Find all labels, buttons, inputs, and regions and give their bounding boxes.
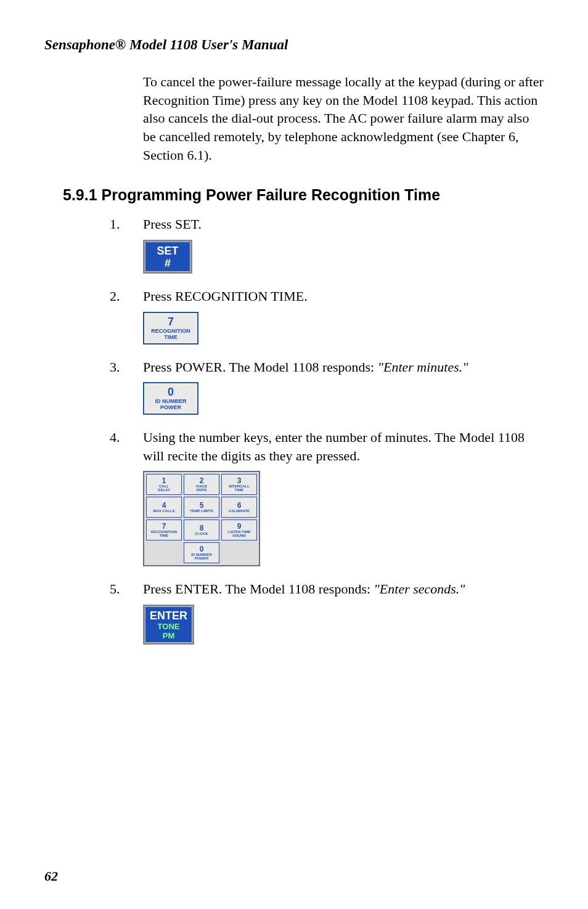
key-power: 0 ID NUMBER POWER	[143, 382, 544, 415]
key-enter: ENTER TONE PM	[143, 605, 544, 645]
key-label-bot: TIME	[145, 335, 196, 341]
step-text-plain: Press ENTER. The Model 1108 responds:	[143, 581, 374, 597]
keypad-key-1: 1CALLDELAY	[146, 474, 182, 495]
step-text: Using the number keys, enter the number …	[143, 428, 544, 465]
page-number: 62	[44, 868, 58, 884]
key-label-sub2: PM	[150, 632, 187, 640]
enter-key-icon: ENTER TONE PM	[143, 605, 194, 645]
step-number: 2.	[110, 287, 120, 306]
keypad-row: 1CALLDELAY 2VOICEREPS 3INTERCALLTIME	[146, 474, 257, 495]
number-keypad-icon: 1CALLDELAY 2VOICEREPS 3INTERCALLTIME 4MA…	[143, 471, 260, 566]
key-label-sub1: TONE	[150, 622, 187, 630]
keypad-key-9: 9LISTEN TIMESOUND	[221, 520, 257, 540]
key-label-bot: POWER	[145, 405, 196, 411]
set-key-icon: SET #	[143, 240, 192, 274]
keypad-key-8: 8CLOCK	[184, 520, 219, 540]
keypad-key-3: 3INTERCALLTIME	[221, 474, 257, 495]
step-number: 4.	[110, 428, 120, 447]
procedure-list: 1. Press SET. SET # 2. Press RECOGNITION…	[143, 215, 544, 645]
keypad-key-2: 2VOICEREPS	[184, 474, 219, 495]
section-heading: 5.9.1 Programming Power Failure Recognit…	[63, 186, 544, 204]
key-recognition-time: 7 RECOGNITION TIME	[143, 312, 544, 344]
power-key-icon: 0 ID NUMBER POWER	[143, 382, 198, 415]
keypad-key-5: 5TEMP LIMITS	[184, 497, 219, 518]
step-text-italic: "Enter seconds."	[374, 581, 465, 597]
keypad-row: 0ID NUMBERPOWER	[146, 542, 257, 563]
recognition-time-key-icon: 7 RECOGNITION TIME	[143, 312, 198, 344]
step-number: 5.	[110, 580, 120, 598]
step-1: 1. Press SET. SET #	[143, 215, 544, 274]
step-text-plain: Press POWER. The Model 1108 responds:	[143, 359, 378, 375]
step-4: 4. Using the number keys, enter the numb…	[143, 428, 544, 566]
key-label-top: ENTER	[150, 610, 187, 621]
step-number: 3.	[110, 358, 120, 377]
key-label-top: SET	[150, 245, 186, 256]
running-head: Sensaphone® Model 1108 User's Manual	[44, 37, 544, 53]
step-text: Press SET.	[143, 215, 544, 234]
key-set: SET #	[143, 240, 544, 274]
keypad-graphic: 1CALLDELAY 2VOICEREPS 3INTERCALLTIME 4MA…	[143, 471, 544, 566]
key-label-top: 7	[145, 316, 196, 327]
step-text: Press POWER. The Model 1108 responds: "E…	[143, 358, 544, 377]
step-2: 2. Press RECOGNITION TIME. 7 RECOGNITION…	[143, 287, 544, 344]
step-text: Press RECOGNITION TIME.	[143, 287, 544, 306]
step-text: Press ENTER. The Model 1108 responds: "E…	[143, 580, 544, 598]
keypad-key-6: 6CALIBRATE	[221, 497, 257, 518]
step-3: 3. Press POWER. The Model 1108 responds:…	[143, 358, 544, 415]
step-number: 1.	[110, 215, 120, 234]
keypad-row: 7RECOGNITIONTIME 8CLOCK 9LISTEN TIMESOUN…	[146, 520, 257, 540]
key-label-top: 0	[145, 386, 196, 397]
keypad-key-0: 0ID NUMBERPOWER	[184, 542, 219, 563]
key-label-mid: #	[150, 258, 186, 269]
keypad-row: 4MAX CALLS 5TEMP LIMITS 6CALIBRATE	[146, 497, 257, 518]
step-text-italic: "Enter minutes."	[378, 359, 468, 375]
intro-paragraph: To cancel the power-failure message loca…	[143, 73, 544, 164]
keypad-key-4: 4MAX CALLS	[146, 497, 182, 518]
step-5: 5. Press ENTER. The Model 1108 responds:…	[143, 580, 544, 645]
keypad-key-7: 7RECOGNITIONTIME	[146, 520, 182, 540]
